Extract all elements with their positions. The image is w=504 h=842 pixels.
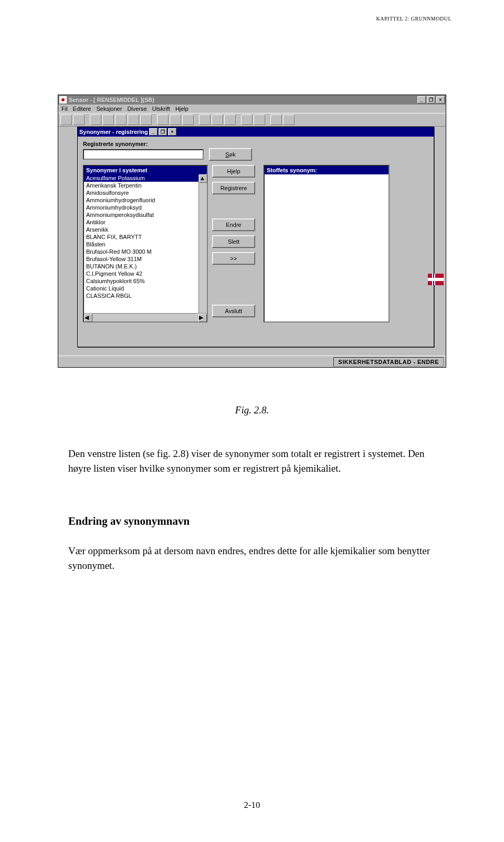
system-synonyms-listbox[interactable]: Synonymer i systemet Acesulfame Potassiu… xyxy=(83,165,208,323)
close-button[interactable]: × xyxy=(436,96,445,103)
toolbar-button-5[interactable] xyxy=(115,115,127,125)
list-item[interactable]: Brufasol-Red MO 3000 M xyxy=(84,248,198,255)
toolbar-button-3[interactable] xyxy=(90,115,101,125)
toolbar-button-16[interactable] xyxy=(270,115,282,125)
chapter-header: KAPITTEL 2: GRUNNMODUL xyxy=(376,16,452,22)
list-item[interactable]: Antiklor xyxy=(84,219,198,226)
dialog-close-button[interactable]: × xyxy=(168,128,176,136)
list-item[interactable]: Amidosulfonsyre xyxy=(84,189,198,196)
menu-seksjoner[interactable]: Seksjoner xyxy=(96,106,122,112)
minimize-button[interactable]: _ xyxy=(417,96,426,103)
screenshot-figure: Sensor - [ RENSEMIDDEL ](SB) _ ❐ × Fil E… xyxy=(58,95,446,378)
figure-caption: Fig. 2.8. xyxy=(0,404,504,416)
outer-window-title: Sensor - [ RENSEMIDDEL ](SB) xyxy=(69,97,154,103)
statusbar: SIKKERHETSDATABLAD - ENDRE xyxy=(58,356,446,367)
list-item[interactable]: C.I.Pigment Yellow 42 xyxy=(84,270,198,277)
toolbar-button-13[interactable] xyxy=(224,115,236,125)
toolbar xyxy=(58,113,446,127)
list-item[interactable]: Arsenikk xyxy=(84,226,198,233)
list-item[interactable]: Brufasol-Yellow 311M xyxy=(84,255,198,263)
outer-titlebar: Sensor - [ RENSEMIDDEL ](SB) _ ❐ × xyxy=(58,95,446,105)
menu-editere[interactable]: Editere xyxy=(73,106,91,112)
norway-flag-icon xyxy=(428,274,444,285)
dialog-titlebar: Synonymer - registrering _ ❐ × xyxy=(78,127,434,137)
horizontal-scrollbar[interactable]: ◀ ▶ xyxy=(84,313,207,321)
list-item[interactable]: BUTANON (M.E.K.) xyxy=(84,263,198,270)
menu-utskrift[interactable]: Utskrift xyxy=(152,106,170,112)
vertical-scrollbar[interactable]: ▲ xyxy=(198,174,207,313)
toolbar-button-14[interactable] xyxy=(241,115,253,125)
list-item[interactable]: Ammoniumhydrogenfluorid xyxy=(84,196,198,204)
list-item[interactable]: Ammoniumperoksydisulfat xyxy=(84,211,198,219)
toolbar-button-10[interactable] xyxy=(182,115,194,125)
scroll-right-icon[interactable]: ▶ xyxy=(198,314,207,322)
toolbar-button-12[interactable] xyxy=(212,115,223,125)
left-list-header: Synonymer i systemet xyxy=(84,166,207,174)
dialog-minimize-button[interactable]: _ xyxy=(149,128,158,136)
close-dialog-button[interactable]: Avslutt xyxy=(212,305,255,317)
toolbar-button-7[interactable] xyxy=(140,115,152,125)
toolbar-button-2[interactable] xyxy=(73,115,85,125)
list-item[interactable]: Ammoniumhydroksyd xyxy=(84,204,198,211)
edit-button[interactable]: Endre xyxy=(212,219,255,231)
synonym-dialog: Synonymer - registrering _ ❐ × Registrer… xyxy=(77,127,434,347)
dialog-maximize-button[interactable]: ❐ xyxy=(159,128,167,136)
toolbar-button-11[interactable] xyxy=(199,115,211,125)
toolbar-button-4[interactable] xyxy=(102,115,114,125)
maximize-button[interactable]: ❐ xyxy=(427,96,435,103)
list-item[interactable]: BLANC FIX, BARYTT xyxy=(84,233,198,241)
outer-app-window: Sensor - [ RENSEMIDDEL ](SB) _ ❐ × Fil E… xyxy=(58,95,446,368)
scroll-up-icon[interactable]: ▲ xyxy=(199,174,207,183)
toolbar-button-17[interactable] xyxy=(283,115,295,125)
move-right-button[interactable]: >> xyxy=(212,252,255,265)
toolbar-button-15[interactable] xyxy=(254,115,265,125)
menu-diverse[interactable]: Diverse xyxy=(127,106,146,112)
heading-endring-synonymnavn: Endring av synonymnavn xyxy=(68,515,190,528)
right-list-header: Stoffets synonym: xyxy=(265,166,388,174)
toolbar-button-1[interactable] xyxy=(60,115,72,125)
menu-fil[interactable]: Fil xyxy=(61,106,68,112)
search-input[interactable] xyxy=(83,149,204,160)
button-column: Hjelp Registrere Endre Slett >> Avslutt xyxy=(212,165,259,323)
help-button[interactable]: Hjelp xyxy=(212,165,255,178)
search-button[interactable]: Søk xyxy=(209,148,252,161)
status-text: SIKKERHETSDATABLAD - ENDRE xyxy=(333,357,444,367)
page-number: 2-10 xyxy=(0,800,504,810)
register-button[interactable]: Registrere xyxy=(212,182,255,194)
list-item[interactable]: Amerikansk Terpentin xyxy=(84,182,198,189)
delete-button[interactable]: Slett xyxy=(212,235,255,248)
toolbar-button-9[interactable] xyxy=(170,115,181,125)
list-item[interactable]: Acesulfame Potassium xyxy=(84,174,198,182)
list-item[interactable]: Blåsten xyxy=(84,241,198,248)
dialog-title: Synonymer - registrering xyxy=(79,129,148,135)
substance-synonyms-listbox[interactable]: Stoffets synonym: xyxy=(264,165,390,323)
paragraph-2: Vær oppmerksom på at dersom navn endres,… xyxy=(68,544,436,573)
list-item[interactable]: Cationic Liquid xyxy=(84,285,198,292)
toolbar-button-6[interactable] xyxy=(128,115,139,125)
list-item[interactable]: Calsiumhypoklorit 65% xyxy=(84,277,198,285)
list-item[interactable]: CLASSICA RBGL xyxy=(84,292,198,299)
app-icon xyxy=(59,96,67,103)
scroll-left-icon[interactable]: ◀ xyxy=(84,314,92,322)
menubar: Fil Editere Seksjoner Diverse Utskrift H… xyxy=(58,105,446,113)
paragraph-1: Den venstre listen (se fig. 2.8) viser d… xyxy=(68,446,436,475)
registered-synonyms-label: Registrerte synonymer: xyxy=(83,141,428,147)
toolbar-button-8[interactable] xyxy=(157,115,169,125)
menu-hjelp[interactable]: Hjelp xyxy=(175,106,188,112)
